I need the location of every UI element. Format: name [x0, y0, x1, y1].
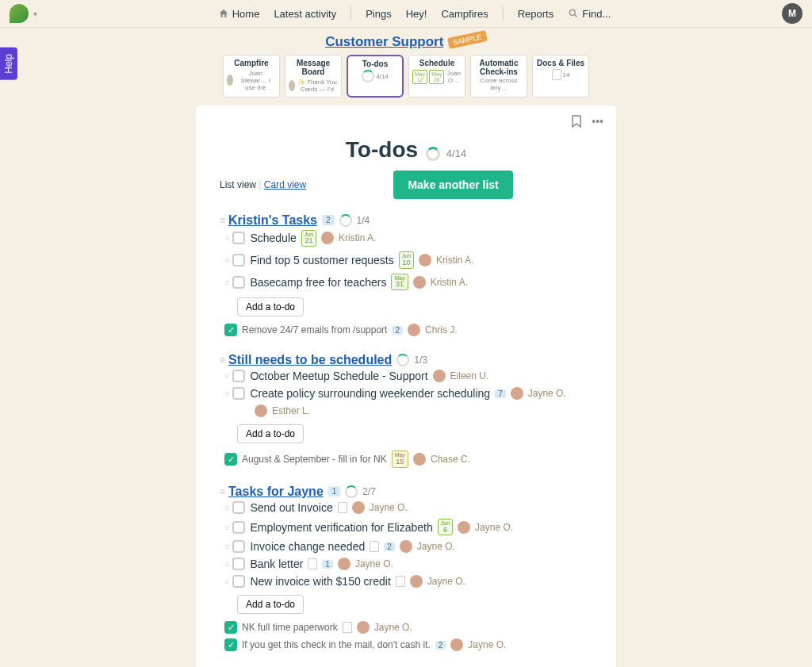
- nav-reports[interactable]: Reports: [518, 8, 554, 20]
- todo-checkbox-checked[interactable]: ✓: [224, 638, 237, 651]
- tool-count: 4/14: [376, 74, 389, 81]
- todo-checkbox[interactable]: [232, 540, 245, 553]
- list-progress: 1/3: [414, 355, 427, 366]
- tool-schedule[interactable]: Schedule May12 May26 Joan O…: [408, 55, 465, 98]
- list-title[interactable]: Kristin's Tasks: [228, 213, 317, 228]
- todo-text[interactable]: If you get this check in the mail, don't…: [242, 639, 431, 650]
- todo-checkbox[interactable]: [232, 575, 245, 588]
- tool-campfire[interactable]: Campfire Joan Stewar… I use the: [223, 55, 280, 98]
- assignee-avatar: [338, 558, 350, 570]
- drag-handle-icon[interactable]: ≡: [220, 486, 224, 497]
- todo-text[interactable]: NK full time paperwork: [242, 622, 338, 633]
- drag-handle-icon[interactable]: ≡: [224, 278, 228, 287]
- make-another-list-button[interactable]: Make another list: [393, 171, 512, 199]
- comment-count-badge: 7: [495, 389, 506, 398]
- todo-text[interactable]: Schedule: [250, 232, 296, 244]
- basecamp-logo[interactable]: [10, 4, 29, 23]
- todo-text[interactable]: Employment verification for Elizabeth: [250, 521, 432, 534]
- todo-checkbox[interactable]: [232, 521, 245, 534]
- todo-checkbox[interactable]: [232, 558, 245, 570]
- sample-badge: SAMPLE: [447, 30, 487, 49]
- todo-checkbox-checked[interactable]: ✓: [224, 621, 237, 634]
- tool-message-board[interactable]: Message Board ✨ Thank You Cards — I'd: [285, 55, 342, 98]
- assignee-name: Esther L.: [272, 405, 310, 416]
- add-todo-button[interactable]: Add a to-do: [237, 595, 304, 614]
- todo-item: ≡ October Meetup Schedule - Support Eile…: [220, 367, 592, 385]
- more-icon[interactable]: •••: [592, 115, 603, 130]
- drag-handle-icon[interactable]: ≡: [220, 355, 224, 366]
- date-badge: May26: [429, 70, 444, 84]
- todo-text[interactable]: October Meetup Schedule - Support: [250, 370, 427, 382]
- todo-checkbox[interactable]: [232, 370, 245, 382]
- drag-handle-icon[interactable]: ≡: [224, 542, 228, 551]
- list-title[interactable]: Tasks for Jayne: [228, 485, 324, 499]
- assignee-name: Chris J.: [425, 324, 458, 335]
- comment-count-badge: 2: [392, 326, 403, 335]
- todo-text[interactable]: Find top 5 customer requests: [250, 254, 393, 266]
- todo-checkbox[interactable]: [232, 232, 245, 244]
- assignee-name: Jayne O.: [417, 541, 455, 552]
- todo-text[interactable]: Remove 24/7 emails from /support: [242, 324, 387, 335]
- assignee-avatar: [408, 324, 420, 336]
- comment-count-badge: 1: [322, 560, 333, 569]
- drag-handle-icon[interactable]: ≡: [224, 371, 228, 381]
- nav-find[interactable]: Find...: [568, 8, 611, 20]
- document-icon: [308, 558, 317, 569]
- add-todo-button[interactable]: Add a to-do: [237, 297, 304, 316]
- topbar: ▾ Home Latest activity Pings Hey! Campfi…: [0, 0, 812, 28]
- assignee-avatar: [450, 638, 463, 651]
- todo-checkbox[interactable]: [232, 276, 245, 289]
- nav-home[interactable]: Home: [218, 8, 260, 20]
- user-avatar[interactable]: M: [782, 3, 802, 24]
- assignee-name: Kristin A.: [431, 277, 468, 288]
- search-icon: [568, 8, 579, 19]
- tool-todos[interactable]: To-dos 4/14: [347, 55, 404, 98]
- tool-checkins[interactable]: Automatic Check-ins Come across any…: [470, 55, 527, 98]
- drag-handle-icon[interactable]: ≡: [224, 255, 228, 265]
- drag-handle-icon[interactable]: ≡: [224, 389, 228, 398]
- todo-text[interactable]: New invoice with $150 credit: [250, 575, 390, 588]
- nav-campfires[interactable]: Campfires: [441, 8, 488, 20]
- drag-handle-icon[interactable]: ≡: [220, 215, 224, 226]
- todo-checkbox[interactable]: [232, 254, 245, 266]
- drag-handle-icon[interactable]: ≡: [224, 559, 228, 569]
- todo-checkbox[interactable]: [232, 387, 245, 400]
- todo-text[interactable]: Basecamp free for teachers: [250, 276, 386, 289]
- progress-circle-icon: [396, 354, 409, 366]
- todo-item-done: ✓ August & September - fill in for NKMay…: [220, 448, 592, 470]
- drag-handle-icon[interactable]: ≡: [224, 523, 228, 532]
- tool-nav: Campfire Joan Stewar… I use the Message …: [0, 53, 812, 105]
- todo-checkbox-checked[interactable]: ✓: [224, 324, 237, 336]
- progress-circle-icon: [426, 147, 440, 161]
- help-tab[interactable]: Help: [0, 48, 17, 80]
- todo-item-extra: Esther L.: [220, 402, 592, 420]
- progress-circle-icon: [339, 214, 352, 227]
- todo-text[interactable]: August & September - fill in for NK: [242, 454, 387, 465]
- list-title[interactable]: Still needs to be scheduled: [228, 353, 392, 367]
- todo-text[interactable]: Send out Invoice: [250, 501, 332, 514]
- nav-activity[interactable]: Latest activity: [274, 8, 336, 20]
- list-progress: 1/4: [357, 215, 370, 226]
- bookmark-icon[interactable]: [571, 115, 582, 130]
- nav-hey[interactable]: Hey!: [406, 8, 427, 20]
- drag-handle-icon[interactable]: ≡: [224, 503, 228, 512]
- nav-pings[interactable]: Pings: [366, 8, 392, 20]
- card-view-link[interactable]: Card view: [264, 179, 306, 190]
- todo-checkbox[interactable]: [232, 501, 245, 514]
- tool-docs[interactable]: Docs & Files 14: [532, 55, 589, 98]
- due-date-badge: May15: [392, 450, 408, 468]
- todo-text[interactable]: Bank letter: [250, 558, 303, 570]
- progress-circle-icon: [345, 485, 358, 498]
- due-date-badge: Jun6: [438, 519, 453, 536]
- drag-handle-icon[interactable]: ≡: [224, 577, 228, 586]
- todo-text[interactable]: Invoice change needed: [250, 540, 365, 553]
- logo-dropdown-icon[interactable]: ▾: [33, 10, 37, 18]
- tool-sub: ✨ Thank You Cards — I'd: [297, 79, 338, 94]
- drag-handle-icon[interactable]: ≡: [224, 233, 228, 243]
- assignee-avatar: [255, 404, 267, 417]
- todo-checkbox-checked[interactable]: ✓: [224, 453, 237, 466]
- add-todo-button[interactable]: Add a to-do: [237, 424, 304, 443]
- project-title[interactable]: Customer Support: [325, 34, 443, 50]
- todo-list: ≡ Tasks for Jayne1 2/7 ≡ Send out Invoic…: [220, 485, 592, 654]
- todo-text[interactable]: Create policy surrounding weekender sche…: [250, 387, 490, 400]
